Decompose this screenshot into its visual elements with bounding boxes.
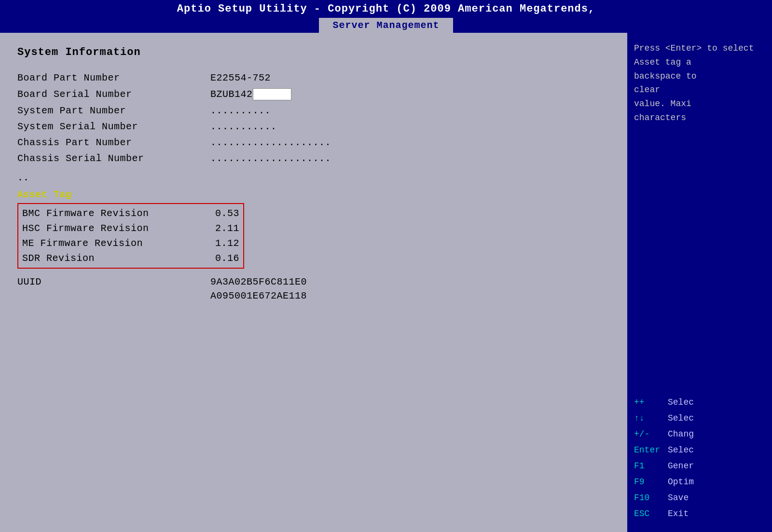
table-row: System Part Number .......... (17, 103, 610, 119)
help-text: Press <Enter> to select Asset tag a back… (634, 41, 765, 125)
field-label: Board Serial Number (17, 86, 201, 103)
help-line-4: clear (634, 85, 660, 95)
uuid-value2: A095001E672AE118 (201, 289, 610, 303)
key-desc: Optim (668, 476, 694, 489)
key-desc: Save (668, 491, 689, 505)
key-row: F10 Save (634, 491, 765, 505)
key-row: Enter Selec (634, 444, 765, 457)
key-name: F10 (634, 491, 668, 505)
key-name: ESC (634, 507, 668, 520)
field-value: 2.11 (206, 221, 239, 236)
serial-input[interactable] (253, 88, 291, 100)
key-row: ESC Exit (634, 507, 765, 520)
right-panel: Press <Enter> to select Asset tag a back… (627, 33, 772, 532)
system-info-table: Board Part Number E22554-752 Board Seria… (17, 70, 610, 166)
field-value: 1.12 (206, 236, 239, 251)
field-label: Chassis Part Number (17, 135, 201, 150)
key-row: F1 Gener (634, 460, 765, 473)
help-line-1: Press <Enter> to select (634, 43, 754, 53)
uuid-row: UUID 9A3A02B5F6C811E0 (17, 275, 610, 289)
key-row: ++ Selec (634, 396, 765, 409)
key-desc: Selec (668, 444, 694, 457)
key-desc: Selec (668, 412, 694, 425)
key-name: +/- (634, 428, 668, 441)
field-label: HSC Firmware Revision (22, 221, 206, 236)
field-label: ME Firmware Revision (22, 236, 206, 251)
field-value: .................... (201, 135, 610, 150)
field-label: BMC Firmware Revision (22, 206, 206, 221)
right-panel-inner: Press <Enter> to select Asset tag a back… (634, 41, 765, 523)
key-desc: Selec (668, 396, 694, 409)
uuid-label: UUID (17, 275, 201, 289)
key-desc: Gener (668, 460, 694, 473)
key-name: F9 (634, 476, 668, 489)
field-label: System Serial Number (17, 119, 201, 135)
table-row: SDR Revision 0.16 (22, 251, 239, 266)
key-desc: Exit (668, 507, 689, 520)
highlighted-section: BMC Firmware Revision 0.53 HSC Firmware … (17, 203, 244, 269)
screen: Aptio Setup Utility - Copyright (C) 2009… (0, 0, 772, 532)
table-row: Chassis Serial Number ..................… (17, 150, 610, 166)
uuid-row-2: A095001E672AE118 (17, 289, 610, 303)
field-label: System Part Number (17, 103, 201, 119)
help-line-3: backspace to (634, 71, 697, 81)
table-row: HSC Firmware Revision 2.11 (22, 221, 239, 236)
help-line-5: value. Maxi (634, 99, 691, 109)
key-name: Enter (634, 444, 668, 457)
uuid-table: UUID 9A3A02B5F6C811E0 A095001E672AE118 (17, 275, 610, 303)
firmware-table: BMC Firmware Revision 0.53 HSC Firmware … (22, 206, 239, 266)
table-row: Chassis Part Number .................... (17, 135, 610, 150)
serial-text: BZUB142 (210, 89, 253, 100)
app-title: Aptio Setup Utility - Copyright (C) 2009… (0, 3, 772, 17)
table-row: Board Serial Number BZUB142 (17, 86, 610, 103)
key-row: ↑↓ Selec (634, 412, 765, 425)
field-value: 0.53 (206, 206, 239, 221)
field-value: E22554-752 (201, 70, 610, 86)
key-name: ↑↓ (634, 412, 668, 425)
field-value: BZUB142 (201, 86, 610, 103)
field-label: Board Part Number (17, 70, 201, 86)
key-name: ++ (634, 396, 668, 409)
table-row: Board Part Number E22554-752 (17, 70, 610, 86)
extra-dots: .. (17, 170, 610, 184)
uuid-label-empty (17, 289, 201, 303)
table-row: BMC Firmware Revision 0.53 (22, 206, 239, 221)
table-row: System Serial Number ........... (17, 119, 610, 135)
content-area: System Information Board Part Number E22… (0, 33, 772, 532)
table-row: ME Firmware Revision 1.12 (22, 236, 239, 251)
key-desc: Chang (668, 428, 694, 441)
asset-tag-label[interactable]: Asset Tag (17, 189, 610, 200)
key-row: +/- Chang (634, 428, 765, 441)
field-value: 0.16 (206, 251, 239, 266)
uuid-value1: 9A3A02B5F6C811E0 (201, 275, 610, 289)
section-title: System Information (17, 46, 610, 58)
key-help: ++ Selec ↑↓ Selec +/- Chang Enter Selec (634, 396, 765, 523)
help-line-2: Asset tag a (634, 57, 691, 67)
field-value: ........... (201, 119, 610, 135)
field-label: SDR Revision (22, 251, 206, 266)
key-name: F1 (634, 460, 668, 473)
key-row: F9 Optim (634, 476, 765, 489)
field-value: .......... (201, 103, 610, 119)
title-bar: Aptio Setup Utility - Copyright (C) 2009… (0, 0, 772, 33)
active-tab[interactable]: Server Management (319, 18, 453, 33)
field-label: Chassis Serial Number (17, 150, 201, 166)
help-line-6: characters (634, 113, 686, 123)
field-value: .................... (201, 150, 610, 166)
main-panel: System Information Board Part Number E22… (0, 33, 627, 532)
